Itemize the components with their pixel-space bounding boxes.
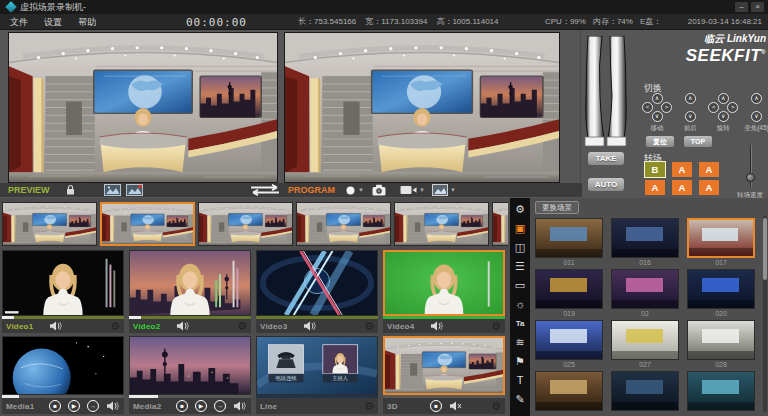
record-icon[interactable] bbox=[346, 186, 356, 195]
loop-button[interactable]: → bbox=[87, 400, 99, 412]
scene-item-011[interactable]: 011 bbox=[535, 218, 603, 267]
transition-button-2[interactable]: A bbox=[672, 162, 692, 177]
lock-icon[interactable] bbox=[66, 184, 75, 196]
transition-speed-slider[interactable] bbox=[746, 145, 755, 187]
scene-thumbnail[interactable] bbox=[611, 371, 679, 411]
dpad-3-right-button[interactable]: > bbox=[727, 102, 738, 113]
speaker-icon[interactable] bbox=[176, 321, 189, 331]
seek-bar[interactable] bbox=[383, 395, 505, 398]
scene-item-r4-9[interactable] bbox=[535, 371, 603, 416]
gear-icon[interactable]: ⚙ bbox=[364, 320, 374, 332]
source-video-Video1[interactable] bbox=[2, 250, 124, 316]
source-tile-Media2[interactable]: Media2 ■▶→ bbox=[129, 336, 251, 414]
snapshot-icon[interactable] bbox=[104, 184, 121, 196]
scene-thumbnail[interactable] bbox=[687, 218, 755, 258]
pen-icon[interactable]: ✎ bbox=[510, 390, 530, 409]
source-tile-Video1[interactable]: Video1 ⚙ bbox=[2, 250, 124, 333]
scene-thumbnail[interactable] bbox=[535, 269, 603, 309]
scene-thumbnail[interactable] bbox=[687, 371, 755, 411]
gear-icon[interactable]: ⚙ bbox=[364, 400, 374, 412]
scene-item-r4-11[interactable] bbox=[687, 371, 755, 416]
reset-button[interactable]: 复位 bbox=[646, 136, 674, 147]
scene-thumbnail[interactable] bbox=[535, 371, 603, 411]
menu-help[interactable]: 帮助 bbox=[78, 14, 96, 30]
dpad-1-right-button[interactable]: > bbox=[661, 102, 672, 113]
transition-button-6[interactable]: A bbox=[699, 180, 719, 195]
source-video-Media2[interactable] bbox=[129, 336, 251, 395]
scene-item-016[interactable]: 016 bbox=[611, 218, 679, 267]
play-button[interactable]: ▶ bbox=[195, 400, 207, 412]
picture-caret-icon[interactable]: ▼ bbox=[450, 187, 456, 193]
source-video-Video2[interactable] bbox=[129, 250, 251, 316]
stop-button[interactable]: ■ bbox=[49, 400, 61, 412]
camera-icon[interactable] bbox=[372, 184, 386, 196]
mute-icon[interactable] bbox=[449, 401, 462, 411]
dpad-1-down-button[interactable]: ∨ bbox=[652, 111, 663, 122]
stop-button[interactable]: ■ bbox=[430, 400, 442, 412]
scene-strip-thumb-4[interactable] bbox=[296, 202, 391, 246]
menu-file[interactable]: 文件 bbox=[10, 14, 28, 30]
source-video-Line[interactable]: 电话连线 主持人 bbox=[256, 336, 378, 395]
source-video-Video4[interactable] bbox=[383, 250, 505, 316]
seek-bar[interactable] bbox=[129, 395, 251, 398]
menu-settings[interactable]: 设置 bbox=[44, 14, 62, 30]
gear-icon[interactable]: ⚙ bbox=[491, 320, 501, 332]
transition-button-1[interactable]: B bbox=[645, 162, 665, 177]
picture-icon[interactable] bbox=[432, 184, 448, 196]
scene-thumbnail[interactable] bbox=[611, 320, 679, 360]
top-button[interactable]: TOP bbox=[684, 136, 712, 147]
scene-thumbnail[interactable] bbox=[687, 269, 755, 309]
play-button[interactable]: ▶ bbox=[68, 400, 80, 412]
scene-item-020[interactable]: 020 bbox=[687, 269, 755, 318]
dpad-2-down-button[interactable]: ∨ bbox=[685, 111, 696, 122]
dpad-3-left-button[interactable]: < bbox=[708, 102, 719, 113]
dpad-2-up-button[interactable]: ∧ bbox=[685, 93, 696, 104]
minimize-button[interactable]: – bbox=[735, 2, 748, 12]
snapshot-live-icon[interactable] bbox=[126, 184, 143, 196]
record-caret-icon[interactable]: ▼ bbox=[358, 187, 364, 193]
flag-icon[interactable]: ⚑ bbox=[510, 352, 530, 371]
speaker-icon[interactable] bbox=[106, 401, 119, 411]
stop-button[interactable]: ■ bbox=[176, 400, 188, 412]
dpad-1-left-button[interactable]: < bbox=[642, 102, 653, 113]
scrollbar-thumb[interactable] bbox=[763, 218, 767, 280]
source-tile-Video3[interactable]: Video3 ⚙ bbox=[256, 250, 378, 333]
source-video-Media1[interactable] bbox=[2, 336, 124, 395]
loop-button[interactable]: → bbox=[214, 400, 226, 412]
dpad-4-down-button[interactable]: ∨ bbox=[751, 111, 762, 122]
save-icon[interactable]: ▣ bbox=[510, 219, 530, 238]
source-video-Video3[interactable] bbox=[256, 250, 378, 316]
subtitle-icon[interactable]: Ta bbox=[510, 314, 530, 333]
scene-item-019[interactable]: 019 bbox=[535, 269, 603, 318]
take-button[interactable]: TAKE bbox=[588, 152, 624, 165]
transition-button-5[interactable]: A bbox=[672, 180, 692, 195]
swap-icon[interactable] bbox=[246, 184, 284, 196]
scene-thumbnail[interactable] bbox=[611, 218, 679, 258]
seek-bar[interactable] bbox=[2, 395, 124, 398]
stream-caret-icon[interactable]: ▼ bbox=[419, 187, 425, 193]
source-tile-Media1[interactable]: Media1 ■▶→ bbox=[2, 336, 124, 414]
layers-icon[interactable]: ≋ bbox=[510, 333, 530, 352]
dpad-4-up-button[interactable]: ∧ bbox=[751, 93, 762, 104]
scene-strip-thumb-5[interactable] bbox=[394, 202, 489, 246]
gear-icon[interactable]: ⚙ bbox=[110, 320, 120, 332]
source-tile-Video4[interactable]: Video4 ⚙ bbox=[383, 250, 505, 333]
playlist-icon[interactable]: ☰ bbox=[510, 257, 530, 276]
transition-button-4[interactable]: A bbox=[645, 180, 665, 195]
seek-bar[interactable] bbox=[256, 316, 378, 319]
scene-item-017[interactable]: 017 bbox=[687, 218, 755, 267]
gear-icon[interactable]: ⚙ bbox=[491, 400, 501, 412]
scene-strip-thumb-6[interactable] bbox=[492, 202, 508, 246]
scene-thumbnail[interactable] bbox=[611, 269, 679, 309]
scene-item-r4-10[interactable] bbox=[611, 371, 679, 416]
light-icon[interactable]: ☼ bbox=[510, 295, 530, 314]
tbar-fader[interactable] bbox=[584, 36, 628, 148]
source-tile-Video2[interactable]: Video2 ⚙ bbox=[129, 250, 251, 333]
seek-bar[interactable] bbox=[256, 395, 378, 398]
close-button[interactable]: × bbox=[751, 2, 764, 12]
scene-item-028[interactable]: 028 bbox=[687, 320, 755, 369]
source-tile-Line[interactable]: 电话连线 主持人 Line ⚙ bbox=[256, 336, 378, 414]
seek-bar[interactable] bbox=[383, 316, 505, 319]
scene-item-025[interactable]: 025 bbox=[535, 320, 603, 369]
text-icon[interactable]: T bbox=[510, 371, 530, 390]
